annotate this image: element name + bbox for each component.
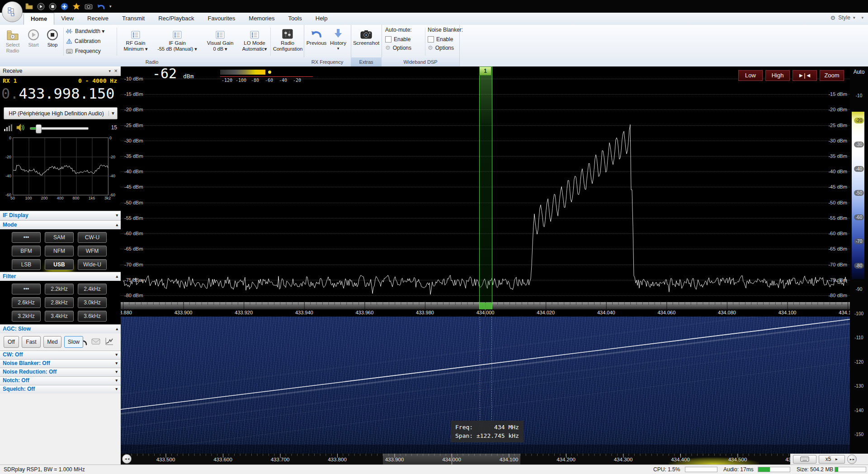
filter-button-[interactable]: •••: [12, 284, 41, 294]
volume-slider[interactable]: [30, 127, 89, 130]
frequency-display[interactable]: RX 1 0 - 4000 Hz 0.433.998.150: [0, 76, 121, 105]
zoom-factor-button[interactable]: x5►: [819, 455, 845, 464]
ribbon-collapse-icon[interactable]: ▾: [861, 15, 863, 20]
spectrum-button-low[interactable]: Low: [738, 70, 763, 81]
agc-button-fast[interactable]: Fast: [22, 336, 41, 348]
history-button[interactable]: History ▾: [328, 27, 348, 56]
dropdown-lo-mode[interactable]: LO ModeAutomatic▾: [240, 27, 269, 56]
section-noise-reduction-off[interactable]: Noise Reduction: Off▾: [0, 368, 121, 376]
application-button[interactable]: [2, 1, 23, 22]
audio-device-select[interactable]: HP (Périphérique High Definition Audio) …: [4, 107, 118, 119]
speaker-icon[interactable]: [16, 123, 25, 132]
noise-blanker-enable-checkbox[interactable]: Enable: [428, 35, 471, 43]
frequency-button[interactable]: Frequency: [66, 47, 115, 55]
style-selector[interactable]: ⚙ Style ▾ ▾: [830, 14, 863, 21]
envelope-icon[interactable]: [91, 338, 100, 345]
volume-slider-thumb[interactable]: [36, 124, 42, 133]
panel-close-icon[interactable]: ×: [114, 66, 118, 76]
camera-icon[interactable]: [85, 3, 93, 9]
play-icon[interactable]: [37, 3, 45, 10]
section-noise-blanker-off[interactable]: Noise Blanker: Off▾: [0, 359, 121, 368]
dropdown-rf-gain[interactable]: RF GainMinimum ▾: [119, 27, 152, 56]
band-navigator[interactable]: 433.400433.500433.600433.700433.800433.9…: [121, 454, 868, 465]
filter-button-2-8khz[interactable]: 2.8kHz: [45, 297, 74, 308]
mode-button-wfm[interactable]: WFM: [78, 246, 107, 256]
agc-graph-icon[interactable]: [105, 337, 114, 346]
agc-button-med[interactable]: Med: [43, 336, 61, 348]
section-if-display[interactable]: IF Display▾: [0, 211, 121, 220]
screenshot-button[interactable]: Screenshot: [353, 27, 380, 56]
automute-enable-checkbox[interactable]: Enable: [385, 35, 429, 43]
tab-favourites[interactable]: Favourites: [201, 13, 242, 25]
tuning-marker[interactable]: 1: [479, 66, 492, 309]
checkbox-icon[interactable]: [428, 36, 434, 43]
tab-rec-playback[interactable]: Rec/Playback: [151, 13, 201, 25]
select-radio-button[interactable]: Select Radio: [2, 27, 24, 56]
dropdown-if-gain[interactable]: IF Gain-55 dB (Manual) ▾: [154, 27, 201, 56]
automute-options-button[interactable]: ⚙Options: [385, 43, 429, 52]
agc-button-off[interactable]: Off: [4, 336, 19, 348]
tab-view[interactable]: View: [54, 13, 80, 25]
filter-button-2-4khz[interactable]: 2.4kHz: [78, 284, 107, 294]
mode-button-bfm[interactable]: BFM: [12, 246, 41, 256]
tab-receive[interactable]: Receive: [80, 13, 115, 25]
tuning-marker-label[interactable]: 1: [479, 66, 491, 76]
keyboard-entry-button[interactable]: [793, 455, 816, 464]
section-squelch-off[interactable]: Squelch: Off▾: [0, 385, 121, 393]
waterfall-display[interactable]: Freq: 434 MHzSpan: ±122.745 kHz: [121, 317, 850, 454]
dropdown-visual-gain[interactable]: Visual Gain0 dB ▾: [203, 27, 238, 56]
agc-button-slow[interactable]: Slow: [64, 336, 83, 348]
filter-button-3-0khz[interactable]: 3.0kHz: [78, 297, 107, 308]
mode-button-lsb[interactable]: LSB: [12, 259, 41, 270]
noise-blanker-options-button[interactable]: ⚙Options: [428, 43, 471, 52]
meter-scale-label: -60: [261, 78, 277, 83]
mode-button-sam[interactable]: SAM: [45, 232, 74, 243]
mode-button-nfm[interactable]: NFM: [45, 246, 74, 256]
section-mode[interactable]: Mode▴: [0, 220, 121, 230]
mode-button-wide-u[interactable]: Wide-U: [78, 259, 107, 270]
mode-button-cw-u[interactable]: CW-U: [78, 232, 107, 243]
frequency-label: 434.060: [653, 310, 680, 315]
if-spectrum[interactable]: -10 dBm-15 dBm-15 dBm-20 dBm-20 dBm-25 d…: [121, 66, 850, 317]
navigator-left-button[interactable]: ◄◄: [122, 454, 132, 464]
tab-home[interactable]: Home: [24, 13, 54, 25]
navigator-right-button[interactable]: ►►: [847, 455, 857, 464]
levels-icon[interactable]: [4, 124, 12, 131]
filter-button-3-2khz[interactable]: 3.2kHz: [12, 311, 41, 322]
favourite-star-icon[interactable]: [72, 3, 80, 10]
tuned-frequency[interactable]: 0.433.998.150: [1, 85, 114, 102]
filter-button-3-6khz[interactable]: 3.6kHz: [78, 311, 107, 322]
mode-button-usb[interactable]: USB: [45, 259, 74, 270]
section-filter[interactable]: Filter▴: [0, 272, 121, 281]
volume-row: 15: [0, 121, 121, 135]
undo-icon[interactable]: [97, 3, 105, 10]
open-folder-icon[interactable]: [25, 3, 33, 9]
section-notch-off[interactable]: Notch: Off▾: [0, 376, 121, 385]
bandwidth-button[interactable]: Bandwidth ▾: [66, 27, 115, 35]
add-icon[interactable]: [61, 3, 68, 10]
spectrum-button-high[interactable]: High: [765, 70, 790, 81]
filter-button-2-6khz[interactable]: 2.6kHz: [12, 297, 41, 308]
stop-icon[interactable]: [49, 3, 57, 10]
start-button[interactable]: Start: [24, 27, 42, 56]
section-cw-off[interactable]: CW: Off▾: [0, 351, 121, 359]
auto-scale-label[interactable]: Auto: [850, 69, 868, 75]
calibration-button[interactable]: Calibration: [66, 37, 115, 45]
filter-button-3-4khz[interactable]: 3.4kHz: [45, 311, 74, 322]
tab-help[interactable]: Help: [309, 13, 335, 25]
waterfall-scale-strip[interactable]: Auto -10-20-30-40-50-60-70-80-90-100-110…: [850, 66, 868, 465]
radio-configuration-button[interactable]: Radio Configuration: [273, 27, 302, 56]
spectrum-button-zoom[interactable]: Zoom: [820, 70, 844, 81]
tab-memories[interactable]: Memories: [242, 13, 281, 25]
mode-button-[interactable]: •••: [12, 232, 41, 243]
tab-tools[interactable]: Tools: [281, 13, 308, 25]
previous-button[interactable]: Previous: [306, 27, 327, 56]
section-agc[interactable]: AGC: Slow▴: [0, 324, 121, 334]
filter-button-2-2khz[interactable]: 2.2kHz: [45, 284, 74, 294]
tab-transmit[interactable]: Transmit: [115, 13, 151, 25]
checkbox-icon[interactable]: [385, 36, 392, 43]
stop-button[interactable]: Stop: [43, 27, 61, 56]
panel-menu-icon[interactable]: ▾: [108, 66, 111, 76]
qat-more-icon[interactable]: ▾: [109, 4, 112, 9]
spectrum-button-[interactable]: ►|◄: [793, 70, 817, 81]
